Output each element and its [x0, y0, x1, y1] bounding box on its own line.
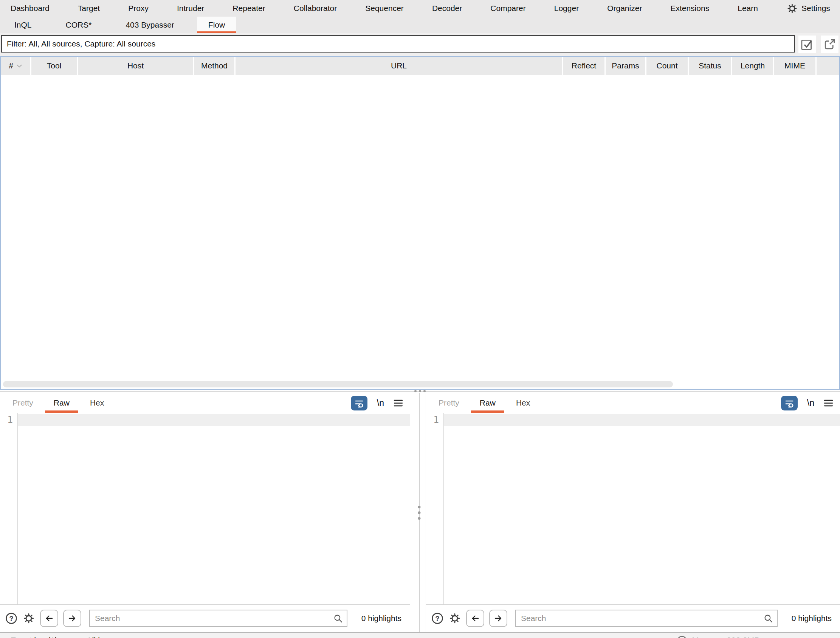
tab-hex[interactable]: Hex	[506, 393, 540, 413]
horizontal-scrollbar	[3, 381, 837, 387]
hamburger-menu-icon[interactable]	[824, 399, 833, 407]
gear-icon[interactable]	[448, 612, 461, 625]
response-editor-body[interactable]: 1	[426, 413, 840, 604]
horizontal-scrollbar-thumb[interactable]	[3, 381, 673, 387]
chevron-down-icon	[16, 64, 22, 68]
tab-raw[interactable]: Raw	[469, 393, 506, 413]
extension-tab-inql[interactable]: InQL	[3, 17, 43, 33]
event-log-label[interactable]: Event log (1)	[11, 636, 58, 638]
current-line-highlight	[18, 414, 410, 426]
menu-item-repeater[interactable]: Repeater	[232, 4, 265, 13]
main-menu-row: DashboardTargetProxyIntruderRepeaterColl…	[0, 0, 840, 17]
filter-row: Filter: All, All sources, Capture: All s…	[0, 33, 840, 56]
checkbox-checked-icon	[799, 37, 815, 52]
line-number: 1	[433, 414, 439, 425]
menu-item-target[interactable]: Target	[78, 4, 100, 13]
column-header-label: #	[9, 61, 13, 70]
menu-item-learn[interactable]: Learn	[737, 4, 758, 13]
open-new-window-button[interactable]	[821, 36, 838, 53]
message-editors-region: Pretty Raw Hex \n	[0, 393, 840, 632]
flow-table-body[interactable]	[1, 75, 839, 389]
vertical-splitter[interactable]	[419, 393, 420, 632]
request-editor-body[interactable]: 1	[0, 413, 410, 604]
arrow-left-icon	[44, 614, 54, 623]
gear-icon	[786, 3, 798, 14]
column-header-status[interactable]: Status	[689, 57, 731, 75]
newline-text-icon[interactable]: \n	[807, 398, 814, 408]
question-circle-icon[interactable]: ?	[431, 612, 444, 624]
menu-item-proxy[interactable]: Proxy	[128, 4, 148, 13]
external-window-icon	[822, 37, 837, 52]
search-prev-button[interactable]	[40, 610, 58, 627]
column-header-url[interactable]: URL	[235, 57, 562, 75]
response-search-toolbar: ?	[426, 604, 840, 632]
splitter-grip-icon	[414, 390, 426, 392]
extension-tab-403-bypasser[interactable]: 403 Bypasser	[114, 17, 185, 33]
column-header-label: Tool	[47, 61, 62, 70]
column-header-number[interactable]: #	[1, 57, 30, 75]
word-wrap-icon[interactable]	[781, 396, 798, 411]
memory-gc-icon[interactable]	[677, 635, 687, 638]
flow-table-header: #ToolHostMethodURLReflectParamsCountStat…	[1, 57, 839, 75]
status-bar: Event log (1) All issues Memory: 392.3MB	[0, 632, 840, 638]
svg-text:?: ?	[9, 615, 14, 622]
capture-toggle-button[interactable]	[798, 36, 816, 53]
menu-item-collaborator[interactable]: Collaborator	[294, 4, 337, 13]
memory-usage-label: Memory: 392.3MB	[692, 636, 760, 638]
search-input[interactable]	[515, 610, 778, 627]
search-input[interactable]	[89, 610, 347, 627]
gear-icon[interactable]	[22, 612, 35, 625]
column-header-params[interactable]: Params	[606, 57, 645, 75]
menu-item-organizer[interactable]: Organizer	[607, 4, 642, 13]
search-next-button[interactable]	[63, 610, 81, 627]
request-editor-panel: Pretty Raw Hex \n	[0, 393, 410, 632]
column-header-label: Host	[127, 61, 144, 70]
column-header-reflect[interactable]: Reflect	[563, 57, 605, 75]
menu-item-logger[interactable]: Logger	[554, 4, 579, 13]
request-editor-tabbar: Pretty Raw Hex \n	[0, 393, 410, 413]
response-editor-panel: Pretty Raw Hex \n	[426, 393, 840, 632]
menu-item-sequencer[interactable]: Sequencer	[365, 4, 404, 13]
search-prev-button[interactable]	[466, 610, 484, 627]
burp-suite-window: DashboardTargetProxyIntruderRepeaterColl…	[0, 0, 840, 638]
menu-item-decoder[interactable]: Decoder	[432, 4, 462, 13]
arrow-left-icon	[471, 614, 480, 623]
main-menubar: DashboardTargetProxyIntruderRepeaterColl…	[0, 0, 840, 33]
tab-pretty[interactable]: Pretty	[2, 393, 43, 413]
extension-tab-flow[interactable]: Flow	[197, 17, 236, 33]
menu-item-dashboard[interactable]: Dashboard	[11, 4, 49, 13]
flow-table-panel: #ToolHostMethodURLReflectParamsCountStat…	[0, 56, 840, 390]
highlights-count: 0 highlights	[792, 614, 832, 623]
column-header-label: Status	[699, 61, 721, 70]
column-header-label: Method	[201, 61, 227, 70]
extension-tab-row: InQLCORS*403 BypasserFlow	[0, 17, 840, 33]
column-header-count[interactable]: Count	[646, 57, 688, 75]
menu-item-extensions[interactable]: Extensions	[670, 4, 709, 13]
column-header-method[interactable]: Method	[194, 57, 234, 75]
menu-item-intruder[interactable]: Intruder	[177, 4, 204, 13]
hamburger-menu-icon[interactable]	[393, 399, 403, 407]
tab-raw[interactable]: Raw	[43, 393, 80, 413]
question-circle-icon[interactable]: ?	[5, 612, 17, 624]
filter-bar[interactable]: Filter: All, All sources, Capture: All s…	[1, 35, 795, 52]
column-header-mime[interactable]: MIME	[774, 57, 815, 75]
extension-tab-cors[interactable]: CORS*	[54, 17, 103, 33]
menu-item-settings[interactable]: Settings	[786, 3, 830, 14]
arrow-right-icon	[68, 614, 77, 623]
column-header-tool[interactable]: Tool	[32, 57, 77, 75]
response-editor-tabbar: Pretty Raw Hex \n	[426, 393, 840, 413]
settings-label: Settings	[801, 4, 830, 13]
word-wrap-icon[interactable]	[351, 396, 368, 411]
all-issues-label[interactable]: All issues	[87, 636, 122, 638]
column-header-host[interactable]: Host	[78, 57, 193, 75]
horizontal-splitter[interactable]	[0, 390, 840, 393]
magnifier-icon	[763, 613, 773, 623]
column-header-length[interactable]: Length	[732, 57, 773, 75]
newline-text-icon[interactable]: \n	[377, 398, 384, 408]
search-next-button[interactable]	[489, 610, 507, 627]
tab-pretty[interactable]: Pretty	[428, 393, 469, 413]
column-header-label: Count	[656, 61, 677, 70]
menu-item-comparer[interactable]: Comparer	[490, 4, 526, 13]
column-header-filler	[816, 57, 839, 75]
tab-hex[interactable]: Hex	[80, 393, 114, 413]
